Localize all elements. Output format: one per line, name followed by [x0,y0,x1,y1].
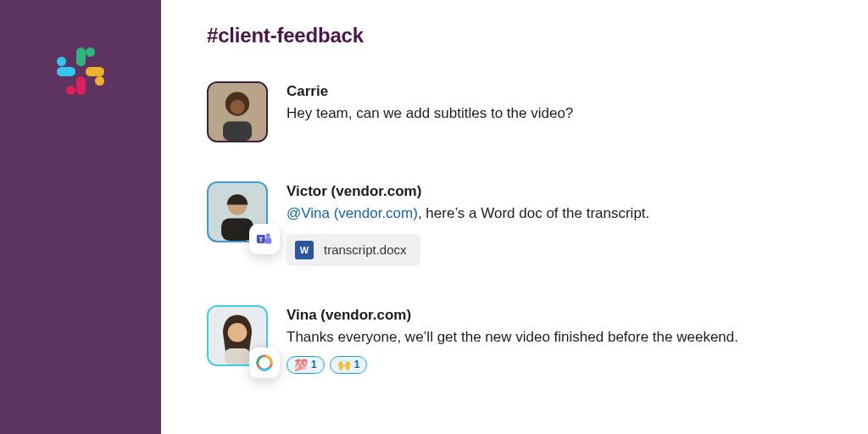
avatar[interactable]: T [207,181,268,242]
word-doc-icon: W [295,241,314,259]
reaction-count: 1 [311,359,317,370]
reaction-emoji: 💯 [294,359,308,371]
message-body: Victor (vendor.com) @Vina (vendor.com), … [287,181,649,266]
avatar[interactable] [207,81,268,142]
message-text: Thanks everyone, we’ll get the new video… [287,327,738,348]
svg-rect-18 [265,237,272,244]
message-body: Vina (vendor.com) Thanks everyone, we’ll… [287,305,738,374]
avatar[interactable] [207,305,268,366]
message-body: Carrie Hey team, can we add subtitles to… [287,81,573,142]
svg-point-4 [86,47,95,57]
svg-point-6 [66,86,75,95]
file-attachment[interactable]: W transcript.docx [287,234,420,266]
svg-rect-1 [86,67,104,76]
message-text: Hey team, can we add subtitles to the vi… [287,103,573,124]
presence-badge: T [249,224,280,254]
reaction-count: 1 [354,359,360,370]
svg-rect-21 [225,348,250,364]
svg-rect-3 [57,67,75,76]
microsoft-teams-icon: T [256,231,273,248]
svg-point-20 [228,323,248,342]
svg-point-7 [57,57,66,66]
attachment-filename: transcript.docx [324,242,407,257]
app-root: #client-feedback Carrie Hey team, can we… [0,0,868,434]
svg-rect-11 [223,121,252,141]
svg-point-5 [95,76,104,86]
app-ring-icon [255,353,274,372]
svg-rect-0 [76,47,86,66]
message: Carrie Hey team, can we add subtitles to… [207,81,834,142]
sender-name[interactable]: Victor (vendor.com) [287,183,649,200]
presence-badge [249,348,280,378]
sender-name[interactable]: Vina (vendor.com) [287,307,738,324]
svg-point-10 [231,100,245,114]
reaction[interactable]: 💯 1 [287,356,325,374]
channel-name: #client-feedback [207,24,834,47]
reaction-emoji: 🙌 [337,359,351,371]
main-content: #client-feedback Carrie Hey team, can we… [161,0,868,434]
message: T Victor (vendor.com) @Vina (vendor.com)… [207,181,834,266]
svg-text:T: T [259,236,264,243]
svg-rect-2 [76,76,86,95]
reactions: 💯 1 🙌 1 [287,356,738,374]
mention[interactable]: @Vina (vendor.com) [287,205,418,221]
message-text-fragment: , here’s a Word doc of the transcript. [418,205,649,221]
svg-point-17 [266,233,270,237]
slack-logo-icon [55,46,106,97]
reaction[interactable]: 🙌 1 [330,356,368,374]
message-text: @Vina (vendor.com), here’s a Word doc of… [287,203,649,224]
message: Vina (vendor.com) Thanks everyone, we’ll… [207,305,834,374]
sidebar [0,0,161,434]
sender-name[interactable]: Carrie [287,83,573,100]
avatar-image [207,81,268,142]
